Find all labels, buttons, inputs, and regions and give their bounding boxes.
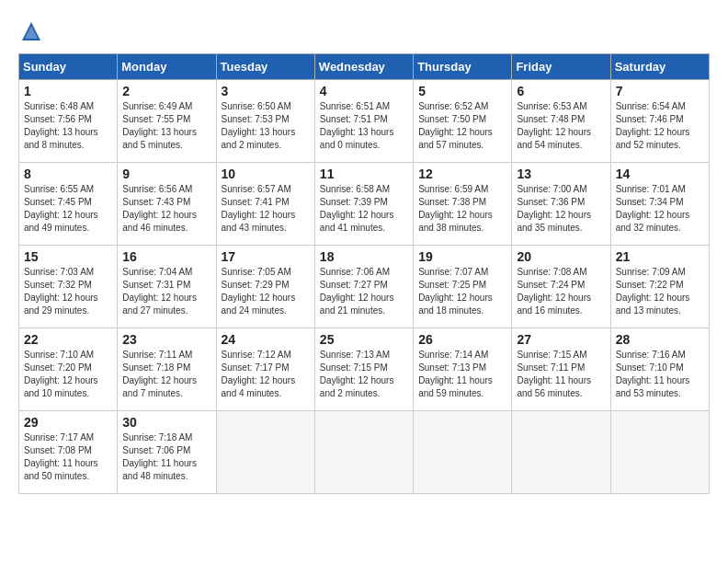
day-info: Sunrise: 6:56 AMSunset: 7:43 PMDaylight:…	[122, 183, 210, 235]
day-cell: 21Sunrise: 7:09 AMSunset: 7:22 PMDayligh…	[610, 246, 709, 328]
day-number: 7	[616, 84, 704, 98]
day-info: Sunrise: 7:06 AMSunset: 7:27 PMDaylight:…	[320, 266, 408, 317]
day-info: Sunrise: 6:54 AMSunset: 7:46 PMDaylight:…	[616, 100, 704, 152]
day-number: 11	[320, 167, 408, 181]
day-cell: 29Sunrise: 7:17 AMSunset: 7:08 PMDayligh…	[19, 411, 118, 494]
day-info: Sunrise: 7:05 AMSunset: 7:29 PMDaylight:…	[222, 266, 310, 317]
day-info: Sunrise: 7:04 AMSunset: 7:31 PMDaylight:…	[122, 266, 210, 317]
day-number: 24	[222, 332, 310, 347]
day-info: Sunrise: 6:49 AMSunset: 7:55 PMDaylight:…	[122, 100, 210, 152]
day-cell: 27Sunrise: 7:15 AMSunset: 7:11 PMDayligh…	[512, 328, 610, 411]
day-number: 30	[122, 415, 210, 430]
day-cell: 18Sunrise: 7:06 AMSunset: 7:27 PMDayligh…	[314, 246, 413, 328]
day-cell: 4Sunrise: 6:51 AMSunset: 7:51 PMDaylight…	[314, 80, 413, 163]
day-number: 28	[616, 332, 704, 347]
day-number: 9	[122, 167, 210, 181]
calendar-header: SundayMondayTuesdayWednesdayThursdayFrid…	[19, 54, 710, 80]
header-sunday: Sunday	[19, 54, 118, 80]
day-info: Sunrise: 6:48 AMSunset: 7:56 PMDaylight:…	[24, 100, 112, 152]
header-row: SundayMondayTuesdayWednesdayThursdayFrid…	[19, 54, 710, 80]
day-number: 15	[24, 249, 112, 264]
day-info: Sunrise: 7:15 AMSunset: 7:11 PMDaylight:…	[517, 349, 605, 400]
day-cell: 14Sunrise: 7:01 AMSunset: 7:34 PMDayligh…	[610, 163, 709, 246]
day-info: Sunrise: 6:52 AMSunset: 7:50 PMDaylight:…	[418, 100, 506, 152]
day-info: Sunrise: 7:01 AMSunset: 7:34 PMDaylight:…	[616, 183, 704, 235]
day-info: Sunrise: 7:16 AMSunset: 7:10 PMDaylight:…	[616, 349, 704, 400]
day-info: Sunrise: 7:08 AMSunset: 7:24 PMDaylight:…	[517, 266, 605, 317]
day-number: 5	[418, 84, 506, 98]
day-info: Sunrise: 6:58 AMSunset: 7:39 PMDaylight:…	[320, 183, 408, 235]
day-number: 4	[320, 84, 408, 98]
day-info: Sunrise: 7:18 AMSunset: 7:06 PMDaylight:…	[122, 431, 210, 483]
header	[18, 18, 710, 44]
day-cell: 1Sunrise: 6:48 AMSunset: 7:56 PMDaylight…	[19, 80, 118, 163]
header-tuesday: Tuesday	[216, 54, 314, 80]
day-cell	[512, 411, 610, 494]
day-number: 21	[616, 249, 704, 264]
day-cell	[216, 411, 314, 494]
day-cell: 9Sunrise: 6:56 AMSunset: 7:43 PMDaylight…	[118, 163, 216, 246]
calendar-table: SundayMondayTuesdayWednesdayThursdayFrid…	[18, 53, 710, 494]
day-info: Sunrise: 7:03 AMSunset: 7:32 PMDaylight:…	[24, 266, 112, 317]
day-info: Sunrise: 7:17 AMSunset: 7:08 PMDaylight:…	[24, 431, 112, 483]
day-number: 20	[517, 249, 605, 264]
day-number: 8	[24, 167, 112, 181]
day-number: 1	[24, 84, 112, 98]
day-number: 23	[122, 332, 210, 347]
day-number: 27	[517, 332, 605, 347]
day-cell: 19Sunrise: 7:07 AMSunset: 7:25 PMDayligh…	[414, 246, 512, 328]
day-number: 13	[517, 167, 605, 181]
header-monday: Monday	[118, 54, 216, 80]
day-cell: 7Sunrise: 6:54 AMSunset: 7:46 PMDaylight…	[610, 80, 709, 163]
day-cell	[414, 411, 512, 494]
day-info: Sunrise: 6:55 AMSunset: 7:45 PMDaylight:…	[24, 183, 112, 235]
week-row-1: 1Sunrise: 6:48 AMSunset: 7:56 PMDaylight…	[19, 80, 710, 163]
day-number: 2	[122, 84, 210, 98]
header-saturday: Saturday	[610, 54, 709, 80]
day-cell: 30Sunrise: 7:18 AMSunset: 7:06 PMDayligh…	[118, 411, 216, 494]
day-cell: 8Sunrise: 6:55 AMSunset: 7:45 PMDaylight…	[19, 163, 118, 246]
calendar-body: 1Sunrise: 6:48 AMSunset: 7:56 PMDaylight…	[19, 80, 710, 494]
day-info: Sunrise: 7:13 AMSunset: 7:15 PMDaylight:…	[320, 349, 408, 400]
header-wednesday: Wednesday	[314, 54, 413, 80]
day-cell: 20Sunrise: 7:08 AMSunset: 7:24 PMDayligh…	[512, 246, 610, 328]
day-number: 16	[122, 249, 210, 264]
day-info: Sunrise: 6:53 AMSunset: 7:48 PMDaylight:…	[517, 100, 605, 152]
day-cell: 6Sunrise: 6:53 AMSunset: 7:48 PMDaylight…	[512, 80, 610, 163]
week-row-3: 15Sunrise: 7:03 AMSunset: 7:32 PMDayligh…	[19, 246, 710, 328]
day-info: Sunrise: 7:10 AMSunset: 7:20 PMDaylight:…	[24, 349, 112, 400]
day-cell	[610, 411, 709, 494]
header-friday: Friday	[512, 54, 610, 80]
day-info: Sunrise: 6:57 AMSunset: 7:41 PMDaylight:…	[222, 183, 310, 235]
day-info: Sunrise: 6:51 AMSunset: 7:51 PMDaylight:…	[320, 100, 408, 152]
day-cell: 24Sunrise: 7:12 AMSunset: 7:17 PMDayligh…	[216, 328, 314, 411]
day-number: 25	[320, 332, 408, 347]
day-number: 22	[24, 332, 112, 347]
day-info: Sunrise: 7:12 AMSunset: 7:17 PMDaylight:…	[222, 349, 310, 400]
day-cell: 13Sunrise: 7:00 AMSunset: 7:36 PMDayligh…	[512, 163, 610, 246]
day-number: 18	[320, 249, 408, 264]
day-number: 19	[418, 249, 506, 264]
day-number: 6	[517, 84, 605, 98]
day-number: 26	[418, 332, 506, 347]
week-row-4: 22Sunrise: 7:10 AMSunset: 7:20 PMDayligh…	[19, 328, 710, 411]
day-cell: 28Sunrise: 7:16 AMSunset: 7:10 PMDayligh…	[610, 328, 709, 411]
day-cell: 11Sunrise: 6:58 AMSunset: 7:39 PMDayligh…	[314, 163, 413, 246]
day-cell: 3Sunrise: 6:50 AMSunset: 7:53 PMDaylight…	[216, 80, 314, 163]
day-info: Sunrise: 7:00 AMSunset: 7:36 PMDaylight:…	[517, 183, 605, 235]
day-info: Sunrise: 7:14 AMSunset: 7:13 PMDaylight:…	[418, 349, 506, 400]
day-info: Sunrise: 7:09 AMSunset: 7:22 PMDaylight:…	[616, 266, 704, 317]
day-cell: 22Sunrise: 7:10 AMSunset: 7:20 PMDayligh…	[19, 328, 118, 411]
day-cell: 16Sunrise: 7:04 AMSunset: 7:31 PMDayligh…	[118, 246, 216, 328]
day-info: Sunrise: 6:50 AMSunset: 7:53 PMDaylight:…	[222, 100, 310, 152]
day-number: 12	[418, 167, 506, 181]
day-info: Sunrise: 6:59 AMSunset: 7:38 PMDaylight:…	[418, 183, 506, 235]
logo	[18, 18, 48, 44]
day-cell: 2Sunrise: 6:49 AMSunset: 7:55 PMDaylight…	[118, 80, 216, 163]
day-cell: 23Sunrise: 7:11 AMSunset: 7:18 PMDayligh…	[118, 328, 216, 411]
day-cell	[314, 411, 413, 494]
week-row-2: 8Sunrise: 6:55 AMSunset: 7:45 PMDaylight…	[19, 163, 710, 246]
day-number: 3	[222, 84, 310, 98]
day-cell: 12Sunrise: 6:59 AMSunset: 7:38 PMDayligh…	[414, 163, 512, 246]
day-cell: 5Sunrise: 6:52 AMSunset: 7:50 PMDaylight…	[414, 80, 512, 163]
